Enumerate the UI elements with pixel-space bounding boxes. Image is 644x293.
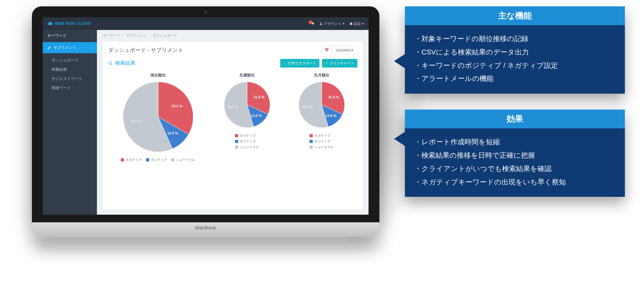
pie-slice-label: 13.6 % — [251, 114, 262, 118]
callout-pointer-icon — [394, 54, 405, 68]
chart-column: 現在順位33.3 %10.0 %56.7 %ネガティブポジティブニュートラル — [108, 71, 208, 206]
chevron-down-icon: ▾ — [343, 22, 345, 26]
chart-title: 現在順位 — [150, 73, 166, 78]
pie-chart: 33.3 %10.0 %56.7 % — [122, 81, 194, 154]
brand-text: WEB RISK CLOUD — [55, 21, 91, 26]
legend-item: ネガティブ — [310, 133, 330, 138]
pie-slice-label: 31.8 % — [328, 95, 339, 99]
svg-point-0 — [109, 61, 112, 64]
download-icon — [283, 62, 287, 65]
pie-slice-label: 10.0 % — [167, 131, 178, 135]
laptop-base: MacBook — [32, 222, 379, 237]
card-item: ネガティブキーワードの出現をいち早く察知 — [414, 175, 615, 189]
card-item: アラートメールの機能 — [414, 72, 615, 85]
legend-item: ニュートラル — [310, 145, 333, 149]
legend-swatch-icon — [235, 140, 238, 143]
sidebar: キーワード サプリメント ‹ ダッシュボード検索結果サジェストワード関連ワード — [43, 30, 97, 215]
chart-title: 先月順位 — [314, 73, 329, 78]
csv-export-button[interactable]: CSVエクスポート — [280, 59, 319, 68]
pie-chart: 31.8 %13.6 %54.5 % — [223, 81, 271, 130]
card-item: レポート作成時間を短縮 — [414, 135, 615, 149]
breadcrumb: キーワード»サプリメント»ダッシュボード — [97, 30, 369, 38]
calendar-icon: 📅 — [322, 46, 332, 54]
chart-title: 先週順位 — [239, 73, 255, 78]
breadcrumb-item: ダッシュボード — [153, 33, 177, 37]
csv-export-label: CSVエクスポート — [288, 61, 316, 66]
card-effects: 効果 レポート作成時間を短縮検索結果の推移を日時で正確に把握クライアントがいつで… — [405, 110, 625, 197]
legend-label: ネガティブ — [314, 133, 330, 138]
card-item: 検索結果の推移を日時で正確に把握 — [414, 149, 615, 162]
legend-label: ニュートラル — [176, 158, 195, 162]
pie-slice-label: 33.3 % — [172, 104, 182, 108]
account-label: アカウント — [324, 21, 341, 26]
chart-legend: ネガティブポジティブニュートラル — [235, 133, 259, 149]
breadcrumb-item[interactable]: サプリメント — [126, 33, 147, 37]
legend-item: ポジティブ — [146, 158, 167, 162]
legend-swatch-icon — [146, 158, 149, 161]
sidebar-item[interactable]: サジェストワード — [52, 74, 92, 83]
topbar: WEB RISK CLOUD 1 アカウント ▾ — [43, 17, 369, 30]
card-item: キーワードのポジティブ / ネガティブ設定 — [414, 59, 615, 72]
sidebar-item[interactable]: ダッシュボード — [52, 56, 92, 65]
legend-label: ネガティブ — [240, 133, 256, 138]
card-item: CSVによる検索結果のデータ出力 — [414, 46, 615, 59]
card-features: 主な機能 対象キーワードの順位推移の記録CSVによる検索結果のデータ出力キーワー… — [405, 6, 625, 94]
account-menu[interactable]: アカウント ▾ — [319, 21, 345, 26]
brand-logo[interactable]: WEB RISK CLOUD — [47, 21, 91, 26]
sidebar-item[interactable]: 関連ワード — [52, 83, 92, 93]
chart-legend: ネガティブポジティブニュートラル — [310, 133, 333, 149]
pie-slice-label: 56.7 % — [131, 119, 142, 123]
legend-label: ニュートラル — [240, 145, 259, 149]
legend-item: ネガティブ — [235, 133, 256, 138]
app-screen: WEB RISK CLOUD 1 アカウント ▾ — [43, 17, 369, 215]
legend-label: ポジティブ — [240, 139, 256, 144]
pie-slice-label: 54.5 % — [302, 105, 313, 109]
chart-column: 先月順位31.8 %13.6 %54.5 %ネガティブポジティブニュートラル — [286, 71, 357, 206]
cloud-icon — [47, 21, 53, 26]
legend-item: ポジティブ — [310, 139, 330, 144]
card-effects-title: 効果 — [405, 110, 625, 128]
line-chart-icon — [325, 62, 328, 65]
laptop-frame: WEB RISK CLOUD 1 アカウント ▾ — [32, 6, 379, 237]
line-chart-button[interactable]: ラインチャート — [322, 59, 357, 68]
chart-legend: ネガティブポジティブニュートラル — [121, 158, 195, 162]
chevron-left-icon: ‹ — [91, 46, 92, 50]
pie-slice-label: 31.8 % — [253, 95, 264, 99]
legend-swatch-icon — [121, 158, 124, 161]
pencil-icon — [47, 46, 51, 50]
pie-slice-label: 13.6 % — [326, 114, 336, 118]
pie-chart: 31.8 %13.6 %54.5 % — [298, 81, 345, 130]
legend-item: ニュートラル — [235, 145, 259, 149]
legend-swatch-icon — [310, 146, 313, 149]
legend-label: ポジティブ — [314, 139, 330, 144]
user-icon — [319, 22, 323, 25]
callout-pointer-icon — [394, 132, 405, 146]
settings-label: 設定 — [354, 21, 361, 26]
legend-swatch-icon — [310, 134, 313, 137]
legend-swatch-icon — [235, 134, 238, 137]
breadcrumb-item[interactable]: キーワード — [103, 33, 120, 37]
page-title: ダッシュボード - サプリメント — [108, 46, 183, 54]
date-picker[interactable]: 📅 2016/08/14 — [322, 46, 357, 54]
gear-icon — [349, 22, 353, 25]
card-features-title: 主な機能 — [405, 6, 625, 25]
laptop-brand: MacBook — [195, 225, 216, 230]
legend-swatch-icon — [171, 158, 174, 161]
legend-swatch-icon — [310, 140, 313, 143]
sidebar-item-active[interactable]: サプリメント ‹ — [43, 42, 97, 53]
legend-item: ニュートラル — [171, 158, 195, 162]
settings-menu[interactable]: 設定 ▾ — [349, 21, 364, 26]
sidebar-item[interactable]: 検索結果 — [52, 65, 92, 74]
svg-line-1 — [111, 64, 113, 65]
sidebar-active-label: サプリメント — [54, 45, 77, 50]
legend-label: ネガティブ — [126, 158, 142, 162]
pie-slice-label: 54.5 % — [228, 105, 238, 109]
search-icon — [108, 61, 113, 66]
notification-bell[interactable]: 1 — [311, 22, 315, 25]
legend-label: ニュートラル — [314, 145, 333, 149]
legend-swatch-icon — [235, 146, 238, 149]
card-item: クライアントがいつでも検索結果を確認 — [414, 162, 615, 175]
legend-item: ポジティブ — [235, 139, 256, 144]
info-cards: 主な機能 対象キーワードの順位推移の記録CSVによる検索結果のデータ出力キーワー… — [405, 6, 625, 213]
legend-label: ポジティブ — [151, 158, 167, 162]
